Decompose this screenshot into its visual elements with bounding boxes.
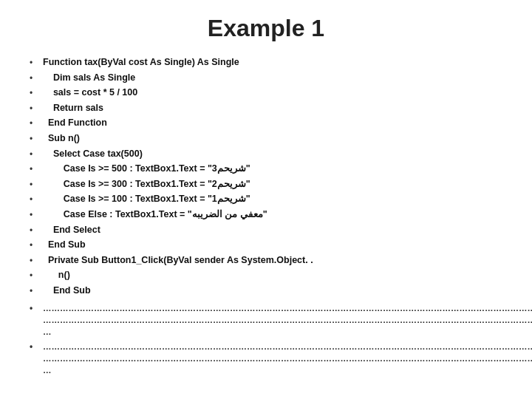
code-line: • Sub n()	[30, 132, 502, 146]
code-text: sals = cost * 5 / 100	[43, 86, 137, 100]
dots-line-text: ……………………………………………………………………………………………………………	[43, 352, 501, 364]
content-area: •Function tax(ByVal cost As Single) As S…	[30, 55, 502, 379]
dots-line-text: …	[43, 326, 501, 338]
code-line: • Case Else : TextBox1.Text = "معفي من ا…	[30, 208, 502, 222]
bullet-icon: •	[30, 178, 43, 192]
code-line: • End Function	[30, 116, 502, 131]
code-line: • Case Is >= 300 : TextBox1.Text = "شريح…	[30, 177, 502, 192]
code-list: •Function tax(ByVal cost As Single) As S…	[30, 55, 502, 299]
dots-line-text: ……………………………………………………………………………………………………………	[43, 314, 501, 326]
bullet-icon: •	[30, 148, 43, 162]
bullet-icon: •	[30, 239, 43, 253]
code-line: • sals = cost * 5 / 100	[30, 86, 502, 100]
code-text: End Select	[43, 223, 100, 237]
code-text: Case Is >= 500 : TextBox1.Text = "شريحم3…	[43, 162, 250, 176]
bullet-icon: •	[30, 254, 43, 268]
code-line: • Select Case tax(500)	[30, 147, 502, 162]
code-line: • Dim sals As Single	[30, 71, 502, 86]
code-line: • End Sub	[30, 284, 502, 299]
code-text: Function tax(ByVal cost As Single) As Si…	[43, 55, 239, 69]
code-text: End Sub	[43, 238, 86, 252]
code-line: • Return sals	[30, 101, 502, 116]
dots-text: ……………………………………………………………………………………………………………	[43, 341, 501, 376]
bullet-icon: •	[30, 117, 43, 131]
bullet-icon: •	[30, 224, 43, 238]
bullet-icon: •	[30, 341, 43, 353]
bullet-icon: •	[30, 193, 43, 207]
bullet-icon: •	[30, 132, 43, 146]
code-text: Case Else : TextBox1.Text = "معفي من الض…	[43, 208, 267, 222]
code-text: Select Case tax(500)	[43, 147, 143, 161]
code-line: • n()	[30, 268, 502, 283]
page-title: Example 1	[30, 15, 502, 42]
bullet-icon: •	[30, 56, 43, 70]
code-line: • Case Is >= 100 : TextBox1.Text = "شريح…	[30, 192, 502, 207]
code-line: • Private Sub Button1_Click(ByVal sender…	[30, 253, 502, 268]
code-line: • Case Is >= 500 : TextBox1.Text = "شريح…	[30, 162, 502, 177]
bullet-icon: •	[30, 102, 43, 116]
bullet-icon: •	[30, 163, 43, 177]
code-text: Return sals	[43, 101, 103, 115]
dots-line-text: ……………………………………………………………………………………………………………	[43, 302, 501, 314]
code-line: • End Sub	[30, 238, 502, 253]
dots-line-text: …	[43, 364, 501, 376]
code-text: End Sub	[43, 284, 91, 298]
bullet-icon: •	[30, 72, 43, 86]
code-line: • End Select	[30, 223, 502, 238]
dots-line-text: ……………………………………………………………………………………………………………	[43, 341, 501, 352]
code-text: Case Is >= 100 : TextBox1.Text = "شريحم1…	[43, 192, 250, 206]
dots-block: •…………………………………………………………………………………………………………	[30, 302, 502, 338]
bullet-icon: •	[30, 86, 43, 100]
dots-line: •…………………………………………………………………………………………………………	[30, 302, 502, 338]
dots-text: ……………………………………………………………………………………………………………	[43, 302, 501, 338]
code-text: Private Sub Button1_Click(ByVal sender A…	[43, 253, 313, 267]
page-container: Example 1 •Function tax(ByVal cost As Si…	[0, 0, 532, 399]
bullet-icon: •	[30, 269, 43, 283]
code-text: n()	[43, 268, 70, 282]
code-text: Case Is >= 300 : TextBox1.Text = "شريحم2…	[43, 177, 250, 191]
dots-line: •…………………………………………………………………………………………………………	[30, 341, 502, 376]
code-text: Sub n()	[43, 132, 80, 146]
code-text: End Function	[43, 116, 107, 130]
code-text: Dim sals As Single	[43, 71, 135, 85]
bullet-icon: •	[30, 302, 43, 315]
dots-section: •…………………………………………………………………………………………………………	[30, 302, 502, 380]
dots-block: •…………………………………………………………………………………………………………	[30, 341, 502, 376]
bullet-icon: •	[30, 208, 43, 222]
code-line: •Function tax(ByVal cost As Single) As S…	[30, 55, 502, 70]
bullet-icon: •	[30, 284, 43, 299]
